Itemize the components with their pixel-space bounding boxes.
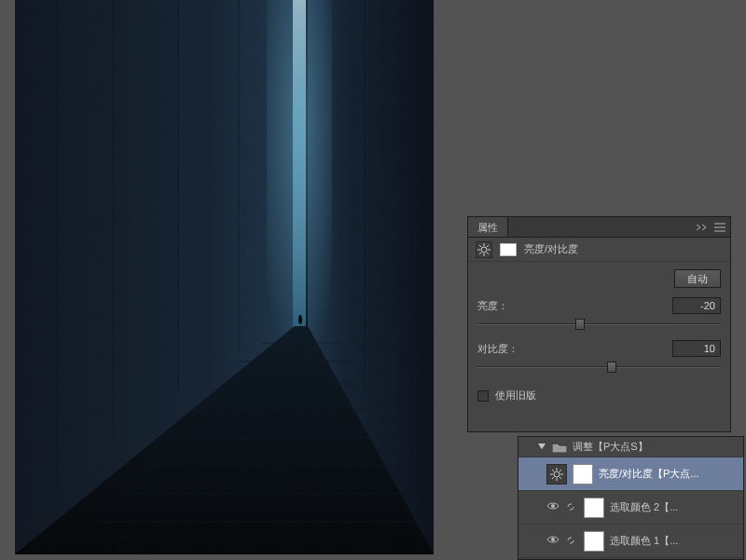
svg-line-38	[552, 470, 554, 471]
contrast-group: 对比度： 10	[477, 340, 721, 374]
legacy-label: 使用旧版	[495, 389, 536, 403]
contrast-slider[interactable]	[477, 361, 721, 374]
svg-line-39	[560, 477, 561, 479]
visibility-eye-icon[interactable]	[546, 535, 560, 548]
svg-line-28	[479, 245, 481, 247]
svg-point-43	[551, 538, 555, 541]
tab-properties[interactable]: 属性	[468, 217, 508, 237]
app-root: 属性 亮度/对比度 自动	[0, 0, 746, 560]
layer-mask-thumb[interactable]	[573, 464, 593, 485]
visibility-eye-icon[interactable]	[546, 501, 560, 514]
svg-marker-32	[538, 444, 546, 449]
properties-tabbar: 属性	[468, 217, 730, 238]
properties-header: 亮度/对比度	[468, 238, 730, 262]
brightness-value[interactable]: -20	[672, 297, 721, 314]
panel-menu-icon[interactable]	[713, 221, 726, 234]
svg-point-42	[551, 504, 555, 508]
svg-rect-22	[15, 0, 434, 554]
layer-name: 选取颜色 1【...	[610, 534, 678, 548]
properties-body: 自动 亮度： -20 对比度： 10	[468, 262, 730, 412]
layer-row[interactable]: 亮度/对比度【P大点...	[518, 458, 743, 491]
panel-collapse-icon[interactable]	[695, 221, 708, 234]
brightness-group: 亮度： -20	[477, 297, 721, 331]
layer-mask-thumb[interactable]	[584, 498, 604, 518]
adjustment-title: 亮度/对比度	[524, 242, 578, 256]
auto-button[interactable]: 自动	[674, 269, 721, 288]
svg-line-31	[479, 253, 481, 254]
link-icon[interactable]	[565, 535, 578, 548]
svg-line-29	[487, 253, 489, 254]
layer-row[interactable]: 选取颜色 2【...	[518, 491, 743, 525]
svg-line-41	[552, 477, 554, 479]
brightness-adjustment-icon	[546, 464, 567, 485]
svg-line-40	[560, 470, 561, 471]
legacy-checkbox[interactable]	[477, 390, 489, 402]
layer-mask-icon	[500, 243, 517, 256]
svg-point-33	[554, 471, 560, 477]
properties-panel: 属性 亮度/对比度 自动	[467, 216, 731, 432]
brightness-slider-thumb[interactable]	[575, 319, 585, 330]
layer-name: 选取颜色 2【...	[610, 500, 678, 514]
layers-panel: 调整【P大点S】 亮度/对比度【P大点...选取颜色 2【...选取颜色 1【.…	[518, 436, 744, 560]
layer-row[interactable]: 选取颜色 1【...	[518, 525, 743, 558]
layer-group-row[interactable]: 调整【P大点S】	[518, 437, 743, 458]
canvas-image	[15, 0, 434, 554]
layer-mask-thumb[interactable]	[584, 531, 604, 552]
canvas[interactable]	[15, 0, 434, 554]
contrast-label: 对比度：	[477, 342, 518, 356]
contrast-slider-thumb[interactable]	[607, 362, 616, 373]
contrast-value[interactable]: 10	[672, 340, 721, 357]
layer-name: 亮度/对比度【P大点...	[599, 467, 699, 481]
svg-line-30	[487, 245, 489, 247]
brightness-contrast-icon	[476, 241, 492, 258]
brightness-label: 亮度：	[477, 299, 508, 313]
disclosure-triangle-icon[interactable]	[537, 443, 546, 452]
folder-icon	[552, 442, 567, 453]
link-icon[interactable]	[565, 501, 578, 514]
brightness-slider[interactable]	[477, 318, 721, 331]
svg-point-23	[481, 247, 487, 253]
layer-group-name: 调整【P大点S】	[573, 440, 648, 454]
